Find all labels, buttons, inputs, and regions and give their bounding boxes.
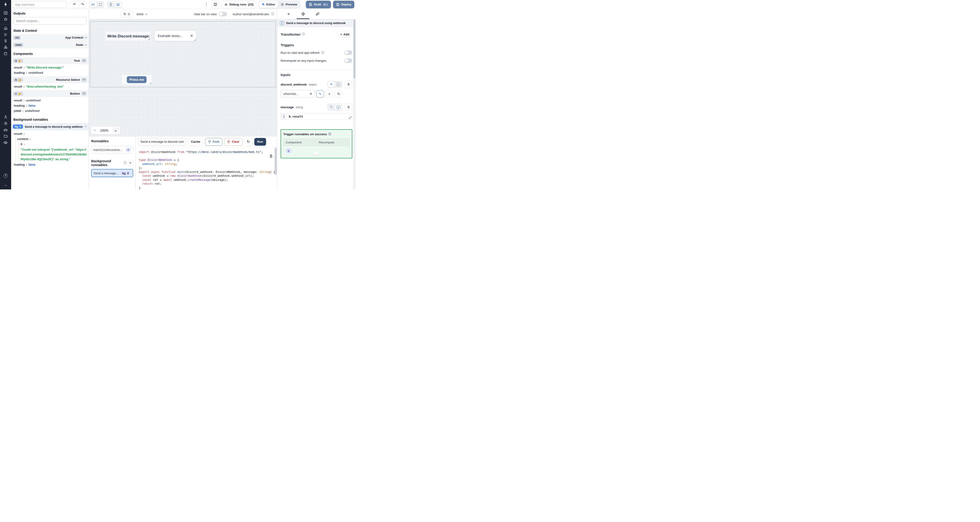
connect-plug-button[interactable] xyxy=(345,81,352,88)
expand-editor-icon[interactable] xyxy=(349,116,352,119)
press-me-button[interactable]: Press me xyxy=(127,76,146,83)
undo-button[interactable]: ↶ xyxy=(70,1,78,8)
app-canvas[interactable]: Write Discord message: Example resou... … xyxy=(89,19,277,136)
pencil-icon[interactable]: ✎ xyxy=(84,125,87,128)
scrollbar[interactable] xyxy=(353,19,356,189)
resources-cubes-icon[interactable] xyxy=(2,45,9,50)
clear-button[interactable]: Clear xyxy=(224,138,242,146)
resize-handle[interactable] xyxy=(150,82,151,84)
folders-icon[interactable] xyxy=(2,134,9,138)
info-icon[interactable]: ⓘ xyxy=(302,32,305,36)
collapse-button[interactable] xyxy=(81,92,86,95)
cache-button[interactable]: Cache xyxy=(188,138,203,146)
fork-button[interactable]: Fork xyxy=(205,138,222,146)
static-pencil-mode[interactable]: ✎ xyxy=(328,104,335,110)
copy-code-icon[interactable] xyxy=(269,154,273,158)
bg-runnable-header[interactable]: bg_0 Send a message to discord using web… xyxy=(11,123,89,130)
refresh-icon: ↻ xyxy=(123,12,126,16)
refresh-count-button[interactable]: ↻ 0 xyxy=(121,10,133,18)
add-background-runnable-button[interactable]: + xyxy=(127,160,133,166)
run-button[interactable]: Run xyxy=(254,138,266,146)
info-icon[interactable]: ⓘ xyxy=(124,161,127,165)
add-transformer-button[interactable]: +Add xyxy=(337,31,352,38)
editor-preview-toggle: ✎ Editor Preview xyxy=(258,0,301,9)
audit-eye-icon[interactable] xyxy=(2,140,9,145)
tab-styling-brush[interactable] xyxy=(310,9,325,19)
tab-insert-component[interactable]: + xyxy=(281,9,296,19)
help-icon[interactable]: ? xyxy=(2,173,9,178)
recompute-on-change-toggle[interactable] xyxy=(344,58,352,63)
schedules-calendar-icon[interactable] xyxy=(2,51,9,56)
desktop-view-button[interactable] xyxy=(115,2,121,8)
scrollbar[interactable] xyxy=(275,148,277,175)
frequency-dropdown[interactable]: once xyxy=(137,12,147,16)
users-person-icon[interactable] xyxy=(2,115,9,119)
tab-preview[interactable]: Preview xyxy=(278,1,300,8)
selected-runnable-header: f Send a message to discord using webhoo… xyxy=(277,19,356,27)
resource-select[interactable]: u/henri/te... ✕ xyxy=(281,90,315,97)
mobile-view-button[interactable] xyxy=(107,2,114,8)
more-menu-icon[interactable]: ⋮ xyxy=(204,2,209,7)
refresh-code-button[interactable]: ↻ xyxy=(244,138,253,146)
variables-dollar-icon[interactable]: $ xyxy=(2,38,9,43)
collapse-button[interactable] xyxy=(81,59,86,63)
add-resource-button[interactable]: + xyxy=(326,90,333,97)
eval-fn-mode[interactable]: f xyxy=(335,104,342,110)
home-icon[interactable] xyxy=(2,25,9,30)
apps-icon[interactable] xyxy=(2,10,9,16)
deploy-button[interactable]: Deploy xyxy=(333,1,354,8)
state-row[interactable]: state State xyxy=(11,41,89,48)
resize-handle[interactable] xyxy=(148,38,150,40)
runnable-item-bg0-selected[interactable]: Send a message... bg_0 xyxy=(91,169,133,177)
trash-icon xyxy=(227,140,230,143)
component-a-header[interactable]: a☝ Text xyxy=(11,57,89,64)
settings-gear-icon[interactable] xyxy=(2,121,9,126)
button-component-wrapper[interactable]: Press me xyxy=(122,75,152,84)
tab-component-settings[interactable] xyxy=(296,9,310,19)
runs-play-icon[interactable] xyxy=(2,32,9,37)
static-pencil-mode[interactable]: ✎ xyxy=(328,81,335,88)
ctx-row[interactable]: ctx App Context xyxy=(11,34,89,41)
message-expression-editor[interactable]: 1 b.result xyxy=(281,113,352,120)
hide-bar-toggle[interactable] xyxy=(219,12,227,16)
trigger-runnables-success-card: Trigger runnables on success ⓘ Component… xyxy=(281,129,352,158)
resize-handle[interactable] xyxy=(194,39,196,41)
center-align-button[interactable] xyxy=(90,2,96,8)
left-icon-rail: $ ? → xyxy=(0,0,11,189)
connect-plug-button[interactable] xyxy=(345,103,352,111)
resource-select-component[interactable]: Example resou... ✕ xyxy=(154,30,196,41)
workers-robot-icon[interactable] xyxy=(2,127,9,132)
clear-selection-icon[interactable]: ✕ xyxy=(190,34,193,38)
collapse-arrow-icon[interactable]: → xyxy=(2,182,9,187)
text-component[interactable]: Write Discord message: xyxy=(106,32,150,40)
run-on-start-toggle[interactable] xyxy=(344,50,352,55)
info-icon[interactable]: ⓘ xyxy=(328,132,331,136)
collapse-button[interactable] xyxy=(81,78,86,82)
code-editor[interactable]: import discordwebhook from "https://deno… xyxy=(136,147,277,189)
windmill-logo[interactable] xyxy=(0,0,11,9)
component-b-header[interactable]: b☝ Resource Select xyxy=(11,76,89,83)
refresh-resource-button[interactable]: ↻ xyxy=(335,90,342,97)
clear-resource-icon[interactable]: ✕ xyxy=(310,92,312,95)
center-column: ↻ 0 once Hide bar on view Author henri@w… xyxy=(89,9,277,189)
output-kv-row: result:"$res:u/henri/testing_bot" xyxy=(11,83,89,90)
redo-button[interactable]: ↷ xyxy=(78,1,86,8)
edit-resource-button[interactable]: ✎ xyxy=(316,90,324,97)
draft-button[interactable]: Draft ⌘S xyxy=(306,1,331,8)
docs-book-button[interactable] xyxy=(211,1,220,8)
app-summary-input[interactable] xyxy=(13,1,67,8)
search-outputs-input[interactable] xyxy=(13,17,87,25)
debug-runs-button[interactable]: Debug runs (23) xyxy=(221,1,256,8)
runnable-item-script[interactable]: hub/1511/discord/se... c xyxy=(91,146,133,154)
tab-editor[interactable]: ✎ Editor xyxy=(259,1,278,8)
output-kv-row: loading:false xyxy=(11,103,89,108)
eval-fn-mode[interactable]: f xyxy=(335,81,342,88)
fullscreen-button[interactable] xyxy=(97,2,104,8)
info-icon[interactable]: ⓘ xyxy=(271,12,274,16)
runnable-name-input[interactable] xyxy=(138,138,186,145)
favorites-star-icon[interactable] xyxy=(2,17,9,22)
component-c-header[interactable]: c☝ Button xyxy=(11,90,89,97)
info-icon[interactable]: ⓘ xyxy=(321,51,324,55)
zoom-in-button[interactable]: + xyxy=(113,127,119,134)
zoom-out-button[interactable]: − xyxy=(94,128,96,132)
